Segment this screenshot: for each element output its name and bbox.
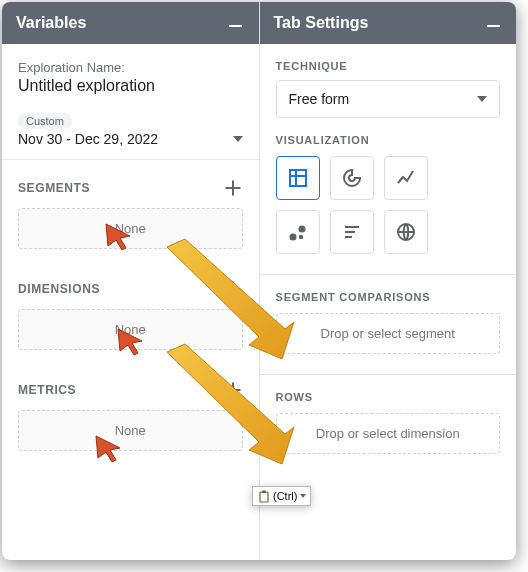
- segments-label: SEGMENTS: [18, 181, 90, 195]
- tab-settings-panel: Tab Settings TECHNIQUE Free form VISUALI…: [260, 2, 517, 560]
- exploration-name-label: Exploration Name:: [18, 60, 243, 75]
- divider: [260, 274, 517, 275]
- dimensions-section-header: DIMENSIONS: [18, 279, 243, 299]
- line-chart-icon: [395, 167, 417, 189]
- minimize-icon[interactable]: [484, 14, 502, 32]
- svg-rect-10: [262, 490, 266, 493]
- svg-point-0: [290, 235, 295, 240]
- paste-options-popup[interactable]: (Ctrl): [252, 486, 311, 506]
- svg-point-1: [299, 227, 304, 232]
- variables-panel: Variables Exploration Name: Untitled exp…: [2, 2, 260, 560]
- exploration-name-value[interactable]: Untitled exploration: [18, 77, 243, 95]
- segment-comparisons-dropzone[interactable]: Drop or select segment: [276, 313, 501, 354]
- technique-label: TECHNIQUE: [276, 60, 501, 72]
- viz-scatter-button[interactable]: [276, 210, 320, 254]
- dimensions-label: DIMENSIONS: [18, 282, 100, 296]
- paste-options-text: (Ctrl): [273, 490, 297, 502]
- metrics-label: METRICS: [18, 383, 76, 397]
- caret-down-icon: [300, 494, 306, 498]
- viz-line-button[interactable]: [384, 156, 428, 200]
- dimensions-dropzone[interactable]: None: [18, 309, 243, 350]
- viz-geo-button[interactable]: [384, 210, 428, 254]
- variables-panel-header: Variables: [2, 2, 259, 44]
- globe-icon: [395, 221, 417, 243]
- add-segment-button[interactable]: [223, 178, 243, 198]
- bar-chart-icon: [341, 221, 363, 243]
- metrics-section-header: METRICS: [18, 380, 243, 400]
- donut-chart-icon: [341, 167, 363, 189]
- divider: [260, 374, 517, 375]
- add-dimension-button[interactable]: [223, 279, 243, 299]
- segment-comparisons-label: SEGMENT COMPARISONS: [276, 291, 501, 303]
- viz-bar-button[interactable]: [330, 210, 374, 254]
- minimize-icon[interactable]: [227, 14, 245, 32]
- divider: [2, 159, 259, 160]
- add-metric-button[interactable]: [223, 380, 243, 400]
- viz-donut-button[interactable]: [330, 156, 374, 200]
- scatter-chart-icon: [287, 221, 309, 243]
- segments-dropzone[interactable]: None: [18, 208, 243, 249]
- tab-settings-panel-header: Tab Settings: [260, 2, 517, 44]
- rows-dropzone[interactable]: Drop or select dimension: [276, 413, 501, 454]
- svg-rect-9: [260, 492, 268, 502]
- svg-point-2: [299, 236, 301, 238]
- table-icon: [287, 167, 309, 189]
- clipboard-icon: [257, 489, 271, 503]
- rows-label: ROWS: [276, 391, 501, 403]
- caret-down-icon: [233, 136, 243, 142]
- technique-selector[interactable]: Free form: [276, 80, 501, 118]
- technique-value: Free form: [289, 91, 350, 107]
- date-range-selector[interactable]: Nov 30 - Dec 29, 2022: [18, 131, 243, 147]
- date-range-text: Nov 30 - Dec 29, 2022: [18, 131, 158, 147]
- viz-table-button[interactable]: [276, 156, 320, 200]
- caret-down-icon: [477, 96, 487, 102]
- date-range-chip[interactable]: Custom: [18, 113, 72, 129]
- metrics-dropzone[interactable]: None: [18, 410, 243, 451]
- visualization-grid: [276, 156, 501, 254]
- tab-settings-panel-title: Tab Settings: [274, 14, 369, 32]
- segments-section-header: SEGMENTS: [18, 178, 243, 198]
- panels-container: Variables Exploration Name: Untitled exp…: [2, 2, 516, 560]
- visualization-label: VISUALIZATION: [276, 134, 501, 146]
- variables-panel-title: Variables: [16, 14, 86, 32]
